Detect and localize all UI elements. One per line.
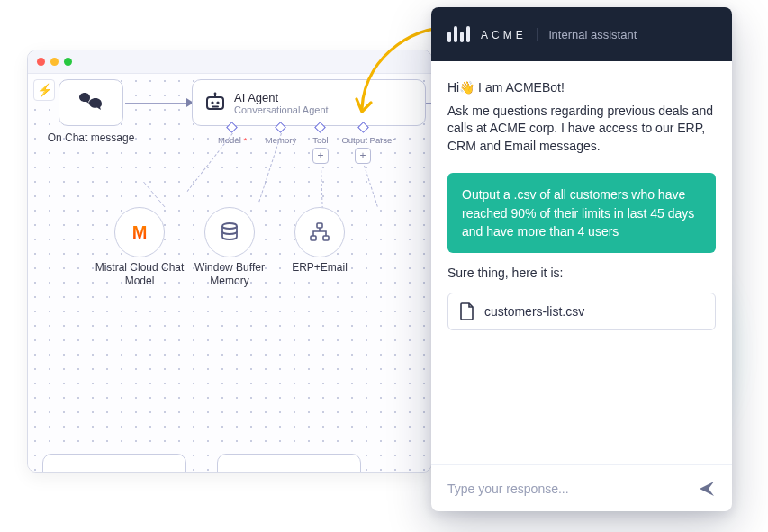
- node-partial[interactable]: [42, 454, 186, 473]
- connector: [125, 103, 190, 104]
- file-icon: [459, 302, 475, 320]
- add-tool-button[interactable]: +: [312, 148, 329, 164]
- node-ai-agent-text: AI Agent Conversational Agent: [234, 91, 329, 115]
- chat-input-row[interactable]: Type your response...: [431, 464, 732, 511]
- svg-rect-3: [212, 106, 219, 108]
- chat-header: ACME | internal assistant: [431, 7, 732, 61]
- window-close-dot[interactable]: [37, 58, 45, 66]
- bot-greeting: Hi👋 I am ACMEBot! Ask me questions regar…: [447, 79, 716, 160]
- svg-point-2: [216, 101, 219, 104]
- robot-icon: [203, 92, 227, 113]
- svg-point-5: [214, 93, 217, 95]
- bot-greeting-line1: Hi👋 I am ACMEBot!: [447, 79, 716, 97]
- node-erp-email[interactable]: [294, 207, 345, 257]
- node-ai-agent[interactable]: AI Agent Conversational Agent: [192, 79, 426, 126]
- mistral-icon: M: [132, 222, 148, 243]
- node-memory-label: Window Buffer Memory: [185, 261, 275, 288]
- chat-bubbles-icon: [77, 91, 104, 114]
- chat-panel: ACME | internal assistant Hi👋 I am ACMEB…: [431, 7, 732, 511]
- node-mistral-label: Mistral Cloud Chat Model: [95, 261, 185, 288]
- user-message: Output a .csv of all customers who have …: [447, 173, 716, 253]
- port-memory-label: Memory: [266, 135, 296, 145]
- svg-rect-8: [311, 236, 316, 240]
- node-erp-email-label: ERP+Email: [275, 261, 365, 275]
- svg-rect-9: [323, 236, 329, 240]
- connector-dashed: [187, 133, 233, 192]
- add-parser-button[interactable]: +: [355, 148, 371, 164]
- canvas-toolbar-button[interactable]: ⚡: [33, 79, 55, 101]
- bot-reply: Sure thing, here it is:: [447, 266, 716, 280]
- chat-brand-sub: internal assistant: [549, 28, 637, 41]
- node-chat-trigger[interactable]: [59, 79, 123, 126]
- node-chat-trigger-label: On Chat message: [46, 131, 136, 144]
- workflow-editor-window: ⚡ On Chat message AI Agent Conversationa…: [27, 50, 432, 473]
- node-ai-agent-title: AI Agent: [234, 91, 329, 104]
- workflow-canvas[interactable]: ⚡ On Chat message AI Agent Conversationa…: [28, 74, 431, 472]
- database-icon: [219, 221, 240, 243]
- connector-dashed: [321, 166, 323, 209]
- svg-rect-7: [317, 223, 322, 228]
- node-mistral[interactable]: M: [114, 207, 165, 257]
- svg-point-1: [211, 101, 213, 104]
- divider: [447, 347, 716, 347]
- window-zoom-dot[interactable]: [64, 58, 72, 66]
- chat-body[interactable]: Hi👋 I am ACMEBot! Ask me questions regar…: [431, 61, 732, 464]
- bolt-icon: ⚡: [37, 84, 52, 96]
- connector-dashed: [364, 166, 378, 207]
- node-memory[interactable]: [204, 207, 255, 257]
- port-parser-label: Output Parser: [341, 135, 394, 145]
- chat-brand: ACME | internal assistant: [481, 26, 637, 42]
- chat-brand-name: ACME: [481, 29, 527, 41]
- svg-point-6: [222, 223, 237, 229]
- send-icon[interactable]: [698, 480, 716, 498]
- file-name: customers-list.csv: [484, 304, 584, 319]
- node-ai-agent-subtitle: Conversational Agent: [234, 104, 329, 115]
- sitemap-icon: [310, 222, 330, 242]
- file-attachment[interactable]: customers-list.csv: [447, 293, 716, 330]
- bot-greeting-line2: Ask me questions regarding previous deal…: [447, 103, 716, 156]
- port-tool-label: Tool: [312, 135, 328, 145]
- port-model-label: Model: [218, 135, 247, 145]
- connector-dashed: [143, 182, 165, 207]
- chat-input-placeholder: Type your response...: [447, 482, 569, 496]
- window-titlebar: [28, 50, 431, 74]
- acme-logo-icon: [447, 26, 470, 42]
- window-minimize-dot[interactable]: [50, 58, 59, 66]
- node-partial[interactable]: [217, 454, 361, 473]
